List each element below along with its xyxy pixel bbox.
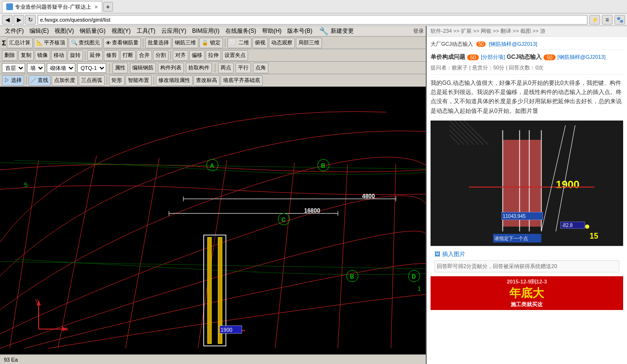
- refresh-button[interactable]: ↻: [25, 15, 36, 25]
- tb-line[interactable]: ╱ 直线: [28, 75, 51, 86]
- forward-button[interactable]: ▶: [14, 15, 24, 25]
- tb-align[interactable]: 对齐: [173, 50, 188, 61]
- tb-rect[interactable]: 矩形: [109, 75, 125, 86]
- cad-drawtool: ▷ 选择 ╱ 直线 点加长度 三点画弧 矩形 智能布置 修改墙段属性 查改标高 …: [0, 74, 426, 87]
- svg-text:B: B: [350, 273, 354, 280]
- tb-3pt-arc[interactable]: 三点画弧: [79, 75, 105, 86]
- tb-mirror[interactable]: 镜像: [35, 50, 50, 61]
- ad-banner[interactable]: 2015-12-9到12-3 年底大 施工类就买这: [431, 276, 623, 310]
- login-label[interactable]: 登录: [413, 27, 424, 35]
- insert-icon: 🖼: [434, 251, 440, 257]
- name-select[interactable]: QTQ-1: [77, 63, 106, 73]
- svg-text:1900: 1900: [556, 178, 580, 190]
- insert-label[interactable]: 🖼 插入图片: [434, 250, 619, 258]
- tb-setgrip[interactable]: 设置夹点: [222, 50, 248, 61]
- menu-edit[interactable]: 编辑(E): [27, 26, 52, 37]
- tb-split[interactable]: 分割: [153, 50, 168, 61]
- tb-steel-view[interactable]: 👁查看钢筋量: [103, 38, 141, 48]
- tb-copy[interactable]: 复制: [18, 50, 34, 61]
- new-tab-button[interactable]: +: [103, 2, 113, 12]
- q1-label[interactable]: 单价构成问题: [431, 53, 465, 61]
- tb-smart-layout[interactable]: 智能布置: [125, 75, 152, 86]
- floor-select[interactable]: 首层: [2, 63, 25, 73]
- cad-toolbar-2: 删除 复制 镜像 移动 旋转 延伸 修剪 打断 合并 分割 对齐 偏移 拉伸 设…: [0, 49, 426, 62]
- menu-help[interactable]: 帮助(H): [259, 26, 285, 37]
- menu-version[interactable]: 版本号(B): [284, 26, 315, 37]
- cad-menubar: 文件(F) 编辑(E) 视图(V) 钢筋量(G) 视图(Y) 工具(T) 云应用…: [0, 26, 426, 37]
- ad-date: 2015-12-9到12-3: [507, 278, 547, 285]
- tb-lock[interactable]: 🔒 锁定: [199, 38, 223, 48]
- tb-parallel[interactable]: 平行: [236, 63, 251, 73]
- tab-strip: 专业造价问题答疑平台-广联达上 ✕ +: [2, 1, 625, 13]
- q2-label[interactable]: GCJ动态输入: [507, 53, 542, 61]
- tb-join[interactable]: 合并: [137, 50, 152, 61]
- address-bar-row: ◀ ▶ ↻ ⚡ ≡ 🐾: [0, 13, 627, 26]
- preview-image-area: 1900 11043.945 -82.8: [431, 121, 623, 246]
- status-value: 93 Ea: [4, 357, 18, 363]
- cad-canvas[interactable]: X Y A B C B D E: [0, 87, 426, 354]
- tb-modify-wall-seg[interactable]: 修改墙段属性: [156, 75, 193, 86]
- tb-property[interactable]: 属性: [112, 63, 128, 73]
- tb-edit-steel[interactable]: 编辑钢筋: [130, 63, 156, 73]
- tb-pick[interactable]: 拾取构件: [186, 63, 212, 73]
- tb-two-point[interactable]: 两点: [218, 63, 234, 73]
- tb-2d[interactable]: ⬜ 二维: [227, 38, 251, 48]
- svg-point-67: [585, 225, 589, 229]
- address-input[interactable]: [38, 15, 587, 25]
- tb-batch-select[interactable]: 批量选择: [145, 38, 171, 48]
- tb-offset[interactable]: 偏移: [189, 50, 205, 61]
- right-qa-panel: 软件-234 >> 扩展 >> 网银 >> 翻译 >> 截图 >> 游 大厂GC…: [426, 26, 627, 364]
- tb-align-top[interactable]: 📐平齐板顶: [34, 38, 68, 48]
- breadcrumb-text: 软件-234 >> 扩展 >> 网银 >> 翻译 >> 截图 >> 游: [431, 27, 545, 35]
- tb-delete[interactable]: 删除: [2, 50, 17, 61]
- insert-image-section: 🖼 插入图片 回答即可得2分贡献分，回答被采纳获得系统赠送20: [431, 246, 623, 276]
- active-tab[interactable]: 专业造价问题答疑平台-广联达上 ✕: [2, 1, 102, 13]
- menu-bim[interactable]: BIM应用(I): [189, 26, 223, 37]
- menu-online[interactable]: 在线服务(S): [223, 26, 259, 37]
- q1-tag: [分部分项]: [481, 54, 505, 61]
- svg-text:B: B: [321, 162, 325, 169]
- tb-component-list[interactable]: 构件列表: [158, 63, 184, 73]
- tb-rotate[interactable]: 旋转: [68, 50, 83, 61]
- tab-close-button[interactable]: ✕: [94, 4, 98, 10]
- prev-question-row: 大厂GCJ动态输入 50 [钢筋抽样@GJ2013]: [431, 40, 623, 50]
- browser-menu-button[interactable]: ≡: [602, 15, 613, 25]
- menu-cloud[interactable]: 云应用(Y): [158, 26, 189, 37]
- tb-orbit[interactable]: 动态观察: [269, 38, 295, 48]
- menu-view2[interactable]: 视图(Y): [109, 26, 134, 37]
- svg-text:1900: 1900: [221, 327, 232, 333]
- tb-break[interactable]: 打断: [120, 50, 136, 61]
- paw-button[interactable]: 🐾: [614, 15, 625, 25]
- subtype-select[interactable]: 砌体墙: [47, 63, 75, 73]
- qa-content-area[interactable]: 大厂GCJ动态输入 50 [钢筋抽样@GJ2013] 单价构成问题 50 [分部…: [427, 37, 627, 364]
- tb-extend[interactable]: 延伸: [87, 50, 103, 61]
- tb-wall-base[interactable]: 墙底平齐基础底: [221, 75, 263, 86]
- menu-file[interactable]: 文件(F): [2, 26, 27, 37]
- tb-point-length[interactable]: 点加长度: [52, 75, 78, 86]
- tb-summary[interactable]: 汇总计算: [7, 38, 33, 48]
- menu-gangjin[interactable]: 钢筋量(G): [77, 26, 108, 37]
- separator9: [153, 76, 154, 85]
- tb-point-angle[interactable]: 点角: [253, 63, 268, 73]
- tb-local-3d[interactable]: 局部三维: [296, 38, 322, 48]
- tb-trim[interactable]: 修剪: [104, 50, 119, 61]
- tb-stretch[interactable]: 拉伸: [206, 50, 221, 61]
- type-select[interactable]: 墙: [27, 63, 45, 73]
- tb-find[interactable]: 🔍查找图元: [69, 38, 102, 48]
- tb-steel-3d[interactable]: 钢筋三维: [172, 38, 198, 48]
- tb-move[interactable]: 移动: [51, 50, 67, 61]
- tb-top-view[interactable]: 俯视: [252, 38, 268, 48]
- cad-status-bar: 93 Ea: [0, 354, 426, 364]
- svg-text:C: C: [281, 216, 286, 223]
- back-button[interactable]: ◀: [2, 15, 13, 25]
- svg-text:-82.8: -82.8: [562, 223, 573, 228]
- tb-check-height[interactable]: 查改标高: [194, 75, 220, 86]
- ad-big-text: 年底大: [507, 285, 547, 301]
- menu-view[interactable]: 视图(V): [52, 26, 77, 37]
- svg-text:D: D: [412, 273, 416, 280]
- tb-select[interactable]: ▷ 选择: [2, 75, 24, 86]
- svg-text:1: 1: [418, 285, 421, 292]
- separator2: [225, 39, 225, 47]
- menu-tools[interactable]: 工具(T): [134, 26, 158, 37]
- lightning-button[interactable]: ⚡: [589, 15, 600, 25]
